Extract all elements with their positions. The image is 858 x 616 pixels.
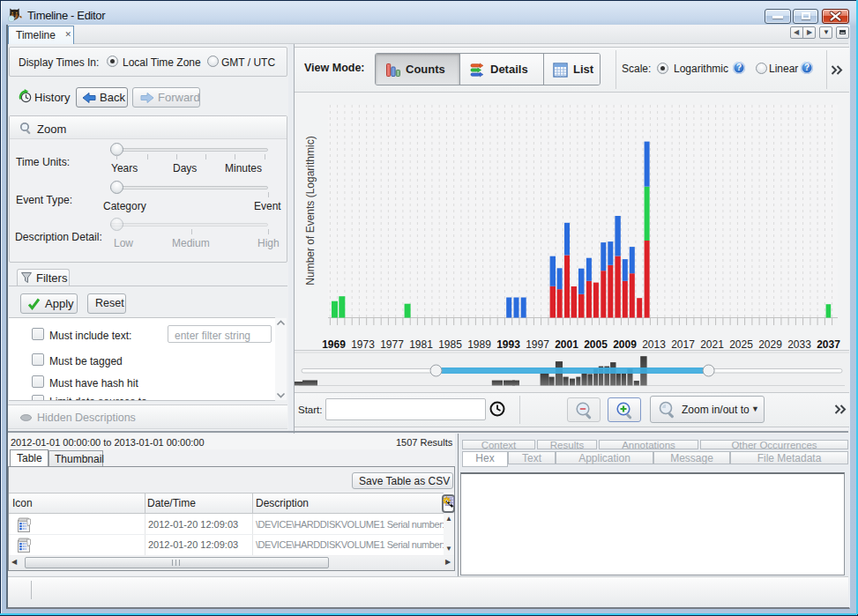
svg-text:2025: 2025: [729, 338, 753, 351]
svg-text:1997: 1997: [526, 338, 549, 351]
svg-text:1981: 1981: [409, 338, 433, 351]
svg-text:2005: 2005: [584, 338, 608, 351]
svg-text:2009: 2009: [613, 338, 637, 351]
svg-text:2001: 2001: [555, 338, 578, 351]
svg-text:2021: 2021: [700, 338, 724, 351]
svg-text:1985: 1985: [438, 338, 462, 351]
svg-text:1989: 1989: [467, 338, 491, 351]
svg-text:2017: 2017: [671, 338, 695, 351]
svg-text:2029: 2029: [758, 338, 782, 351]
svg-text:1993: 1993: [496, 338, 520, 351]
svg-text:2033: 2033: [787, 338, 811, 351]
svg-text:1969: 1969: [322, 338, 346, 351]
svg-text:2037: 2037: [817, 338, 840, 351]
svg-text:1977: 1977: [380, 338, 404, 351]
svg-text:Number of Events (Logarithmic): Number of Events (Logarithmic): [304, 136, 317, 285]
svg-text:2013: 2013: [642, 338, 666, 351]
svg-text:1973: 1973: [351, 338, 375, 351]
